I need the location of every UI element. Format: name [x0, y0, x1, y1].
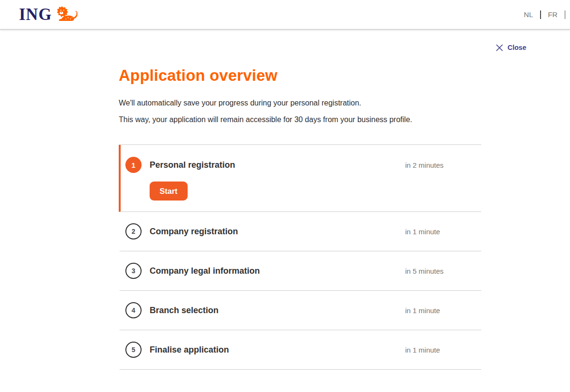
step-title: Company legal information	[150, 266, 397, 276]
ing-wordmark: ING	[19, 6, 52, 23]
step-number-badge: 1	[125, 157, 142, 173]
step-title: Personal registration	[150, 160, 397, 170]
language-divider	[565, 10, 566, 19]
lang-nl[interactable]: NL	[524, 10, 533, 19]
step-number-badge: 2	[125, 223, 142, 239]
steps-list: 1 Personal registration in 2 minutes Sta…	[119, 144, 481, 370]
step-title: Finalise application	[150, 345, 397, 355]
start-button[interactable]: Start	[150, 182, 188, 201]
page-title: Application overview	[119, 29, 481, 85]
step-row-company-registration: 2 Company registration in 1 minute	[119, 212, 481, 251]
step-row-company-legal-information: 3 Company legal information in 5 minutes	[119, 251, 481, 291]
intro-line-1: We'll automatically save your progress d…	[119, 98, 481, 108]
step-row-personal-registration: 1 Personal registration in 2 minutes Sta…	[119, 145, 481, 212]
step-number-badge: 4	[125, 302, 142, 318]
step-duration: in 1 minute	[405, 228, 440, 236]
language-selector: NL FR	[524, 10, 565, 19]
top-header: ING	[0, 0, 570, 29]
ing-lion-icon	[55, 5, 79, 26]
language-divider	[540, 10, 541, 19]
intro-text: We'll automatically save your progress d…	[119, 98, 481, 125]
intro-line-2: This way, your application will remain a…	[119, 115, 481, 125]
application-overview-panel: Close Application overview We'll automat…	[0, 29, 570, 370]
step-duration: in 5 minutes	[405, 267, 444, 275]
step-number-badge: 3	[125, 263, 142, 279]
step-duration: in 2 minutes	[405, 161, 444, 169]
close-button[interactable]: Close	[496, 44, 527, 51]
close-icon	[496, 44, 503, 51]
ing-logo[interactable]: ING	[19, 4, 79, 26]
step-row-finalise-application: 5 Finalise application in 1 minute	[119, 330, 481, 370]
step-duration: in 1 minute	[405, 346, 440, 354]
step-row-branch-selection: 4 Branch selection in 1 minute	[119, 291, 481, 330]
close-label: Close	[508, 44, 527, 51]
step-duration: in 1 minute	[405, 306, 440, 315]
lang-fr[interactable]: FR	[548, 10, 558, 19]
step-number-badge: 5	[125, 342, 142, 358]
step-title: Company registration	[150, 227, 397, 237]
step-title: Branch selection	[150, 306, 397, 316]
